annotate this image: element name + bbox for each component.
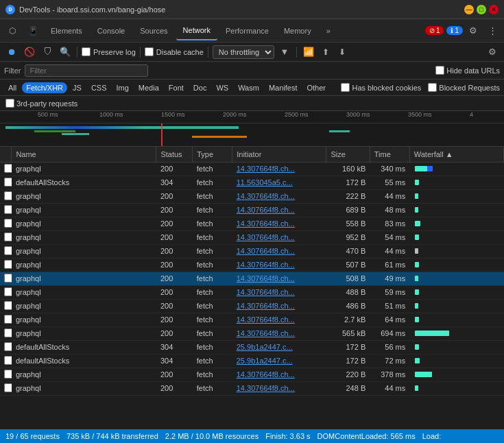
preserve-log-checkbox[interactable] — [82, 47, 91, 56]
row-checkbox[interactable] — [4, 342, 12, 351]
row-checkbox[interactable] — [4, 232, 12, 241]
table-row[interactable]: graphql 200 fetch 14.307664f8.ch... 220 … — [0, 368, 504, 381]
row-checkbox-cell[interactable] — [0, 217, 12, 230]
col-initiator-header[interactable]: Initiator — [232, 147, 326, 162]
row-checkbox[interactable] — [4, 246, 12, 255]
row-initiator[interactable]: 25.9b1a2447.c... — [232, 340, 326, 354]
row-checkbox[interactable] — [4, 287, 12, 296]
type-font[interactable]: Font — [165, 82, 188, 93]
row-checkbox[interactable] — [4, 301, 12, 310]
row-checkbox-cell[interactable] — [0, 244, 12, 258]
table-row[interactable]: graphql 200 fetch 14.307664f8.ch... 470 … — [0, 244, 504, 258]
table-row[interactable]: defaultAllStocks 304 fetch 25.9b1a2447.c… — [0, 354, 504, 368]
table-row[interactable]: graphql 200 fetch 14.307664f8.ch... 488 … — [0, 285, 504, 299]
type-manifest[interactable]: Manifest — [265, 82, 302, 93]
import-har-icon[interactable]: ⬆ — [319, 45, 333, 59]
row-checkbox-cell[interactable] — [0, 162, 12, 176]
row-initiator[interactable]: 14.307664f8.ch... — [232, 285, 326, 299]
close-button[interactable]: ✕ — [489, 5, 499, 14]
col-status-header[interactable]: Status — [156, 147, 193, 162]
col-time-header[interactable]: Time — [370, 147, 409, 162]
row-checkbox[interactable] — [4, 219, 12, 228]
row-checkbox[interactable] — [4, 315, 12, 324]
table-row[interactable]: graphql 200 fetch 14.307664f8.ch... 486 … — [0, 299, 504, 313]
hide-data-urls-checkbox[interactable] — [435, 66, 444, 75]
inspect-icon[interactable]: ⬡ — [3, 21, 22, 40]
record-button[interactable]: ⏺ — [4, 45, 19, 60]
error-badge[interactable]: ⊘ 1 — [425, 26, 444, 35]
disable-cache-label[interactable]: Disable cache — [145, 47, 204, 56]
row-checkbox-cell[interactable] — [0, 381, 12, 395]
clear-button[interactable]: 🚫 — [22, 45, 37, 60]
row-checkbox[interactable] — [4, 328, 12, 337]
tab-memory[interactable]: Memory — [277, 21, 318, 40]
has-blocked-cookies-checkbox[interactable] — [341, 83, 350, 92]
row-checkbox[interactable] — [4, 191, 12, 200]
row-checkbox-cell[interactable] — [0, 326, 12, 340]
table-row[interactable]: graphql 200 fetch 14.307664f8.ch... 248 … — [0, 381, 504, 395]
blocked-requests-label[interactable]: Blocked Requests — [428, 83, 500, 92]
table-row[interactable]: graphql 200 fetch 14.307664f8.ch... 2.7 … — [0, 313, 504, 326]
tab-console[interactable]: Console — [91, 21, 132, 40]
type-img[interactable]: Img — [112, 82, 133, 93]
row-initiator[interactable]: 14.307664f8.ch... — [232, 368, 326, 381]
type-ws[interactable]: WS — [212, 82, 232, 93]
third-party-label[interactable]: 3rd-party requests — [5, 99, 77, 108]
throttle-select[interactable]: No throttling — [213, 45, 274, 59]
type-other[interactable]: Other — [302, 82, 330, 93]
toolbar-settings-icon[interactable]: ⚙ — [485, 45, 500, 60]
row-checkbox-cell[interactable] — [0, 203, 12, 217]
row-checkbox[interactable] — [4, 260, 12, 269]
tab-sources[interactable]: Sources — [133, 21, 174, 40]
row-initiator[interactable]: 14.307664f8.ch... — [232, 272, 326, 285]
row-checkbox-cell[interactable] — [0, 340, 12, 354]
filter-input[interactable] — [25, 64, 148, 77]
throttle-dropdown-icon[interactable]: ▼ — [277, 45, 292, 60]
type-fetch-xhr[interactable]: Fetch/XHR — [22, 82, 67, 93]
row-checkbox[interactable] — [4, 370, 12, 379]
table-row[interactable]: graphql 200 fetch 14.307664f8.ch... 689 … — [0, 203, 504, 217]
timeline[interactable]: 500 ms 1000 ms 1500 ms 2000 ms 2500 ms 3… — [0, 111, 504, 147]
table-row[interactable]: graphql 200 fetch 14.307664f8.ch... 558 … — [0, 217, 504, 230]
filter-toggle[interactable]: ⛉ — [40, 45, 55, 60]
tab-more[interactable]: » — [320, 21, 337, 40]
row-initiator[interactable]: 14.307664f8.ch... — [232, 244, 326, 258]
table-row[interactable]: defaultAllStocks 304 fetch 25.9b1a2447.c… — [0, 340, 504, 354]
export-har-icon[interactable]: ⬇ — [335, 45, 349, 59]
minimize-button[interactable]: — — [464, 5, 474, 14]
row-checkbox[interactable] — [4, 274, 12, 283]
row-checkbox[interactable] — [4, 383, 12, 392]
row-checkbox-cell[interactable] — [0, 272, 12, 285]
row-initiator[interactable]: 11.563045a5.c... — [232, 176, 326, 189]
row-initiator[interactable]: 14.307664f8.ch... — [232, 299, 326, 313]
row-checkbox-cell[interactable] — [0, 368, 12, 381]
row-checkbox-cell[interactable] — [0, 176, 12, 189]
type-media[interactable]: Media — [134, 82, 163, 93]
table-row[interactable]: defaultAllStocks 304 fetch 11.563045a5.c… — [0, 176, 504, 189]
row-checkbox-cell[interactable] — [0, 285, 12, 299]
row-initiator[interactable]: 14.307664f8.ch... — [232, 189, 326, 203]
row-initiator[interactable]: 14.307664f8.ch... — [232, 313, 326, 326]
has-blocked-cookies-label[interactable]: Has blocked cookies — [341, 83, 421, 92]
hide-data-urls-label[interactable]: Hide data URLs — [435, 66, 500, 75]
row-initiator[interactable]: 14.307664f8.ch... — [232, 217, 326, 230]
row-initiator[interactable]: 14.307664f8.ch... — [232, 381, 326, 395]
type-wasm[interactable]: Wasm — [234, 82, 263, 93]
row-initiator[interactable]: 14.307664f8.ch... — [232, 258, 326, 272]
type-js[interactable]: JS — [69, 82, 86, 93]
type-doc[interactable]: Doc — [189, 82, 211, 93]
wifi-icon[interactable]: 📶 — [301, 45, 316, 60]
maximize-button[interactable]: □ — [477, 5, 486, 14]
settings-icon[interactable]: ⚙ — [464, 22, 482, 40]
row-checkbox-cell[interactable] — [0, 299, 12, 313]
row-checkbox-cell[interactable] — [0, 230, 12, 244]
search-button[interactable]: 🔍 — [58, 45, 73, 60]
row-initiator[interactable]: 14.307664f8.ch... — [232, 203, 326, 217]
tab-elements[interactable]: Elements — [44, 21, 89, 40]
network-table-container[interactable]: Name Status Type Initiator Size Time Wat… — [0, 147, 504, 429]
row-checkbox-cell[interactable] — [0, 313, 12, 326]
table-row[interactable]: graphql 200 fetch 14.307664f8.ch... 952 … — [0, 230, 504, 244]
table-row[interactable]: graphql 200 fetch 14.307664f8.ch... 565 … — [0, 326, 504, 340]
table-row[interactable]: graphql 200 fetch 14.307664f8.ch... 508 … — [0, 272, 504, 285]
col-size-header[interactable]: Size — [326, 147, 370, 162]
